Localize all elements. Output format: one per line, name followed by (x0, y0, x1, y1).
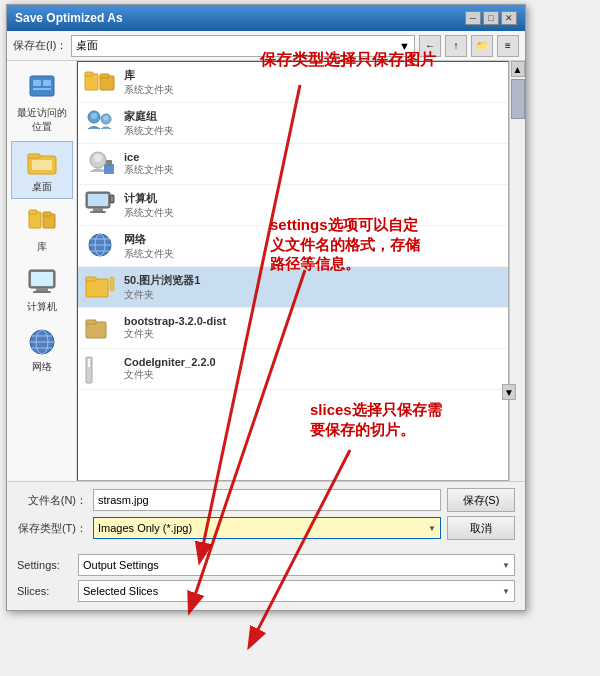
svg-rect-44 (86, 277, 96, 281)
slices-label: Slices: (17, 585, 72, 597)
computer-icon (26, 266, 58, 298)
filetype-label: 保存类型(T)： (17, 521, 87, 536)
outer-wrapper: Save Optimized As ─ □ ✕ 保存在(I)： 桌面 ▼ ← ↑… (0, 0, 600, 676)
filetype-dropdown-arrow: ▼ (428, 524, 436, 533)
slices-value: Selected Slices (83, 585, 158, 597)
list-item[interactable]: 网络 系统文件夹 (78, 226, 508, 267)
sidebar-item-library-label: 库 (37, 240, 47, 254)
svg-rect-14 (33, 291, 51, 293)
places-sidebar: 最近访问的位置 桌面 (7, 61, 77, 481)
filename-input[interactable] (93, 489, 441, 511)
list-item[interactable]: 库 系统文件夹 (78, 62, 508, 103)
svg-rect-43 (86, 279, 108, 297)
file-list-scrollbar[interactable]: ▲ ▼ (509, 61, 525, 481)
file-type: 系统文件夹 (124, 163, 174, 177)
svg-rect-1 (33, 80, 41, 86)
maximize-button[interactable]: □ (483, 11, 499, 25)
svg-rect-5 (28, 154, 40, 158)
filename-label: 文件名(N)： (17, 493, 87, 508)
file-info: 家庭组 系统文件夹 (124, 109, 174, 138)
svg-rect-45 (110, 277, 114, 291)
sidebar-item-desktop[interactable]: 桌面 (11, 141, 73, 199)
list-item[interactable]: ice 系统文件夹 (78, 144, 508, 185)
file-name: CodeIgniter_2.2.0 (124, 356, 216, 368)
imgviewer-file-icon (84, 271, 116, 303)
recent-icon (26, 72, 58, 104)
settings-dropdown[interactable]: Output Settings ▼ (78, 554, 515, 576)
file-type: 系统文件夹 (124, 206, 174, 220)
filetype-value: Images Only (*.jpg) (98, 522, 192, 534)
list-item[interactable]: 计算机 系统文件夹 (78, 185, 508, 226)
file-type: 系统文件夹 (124, 124, 174, 138)
library-file-icon (84, 66, 116, 98)
file-type: 文件夹 (124, 327, 226, 341)
file-name: 家庭组 (124, 109, 174, 124)
file-info: 网络 系统文件夹 (124, 232, 174, 261)
list-item[interactable]: 家庭组 系统文件夹 (78, 103, 508, 144)
extra-settings-form: Settings: Output Settings ▼ Slices: Sele… (7, 550, 525, 610)
settings-row: Settings: Output Settings ▼ (17, 554, 515, 576)
file-info: 50.图片浏览器1 文件夹 (124, 273, 200, 302)
svg-rect-35 (90, 211, 106, 213)
file-name: ice (124, 151, 174, 163)
file-type: 系统文件夹 (124, 83, 174, 97)
settings-dropdown-arrow: ▼ (502, 561, 510, 570)
list-item[interactable]: 50.图片浏览器1 文件夹 (78, 267, 508, 308)
slices-dropdown[interactable]: Selected Slices ▼ (78, 580, 515, 602)
codeigniter-file-icon (84, 353, 116, 385)
scroll-up-button[interactable]: ▲ (511, 61, 525, 77)
file-type: 系统文件夹 (124, 247, 174, 261)
scroll-thumb[interactable] (511, 79, 525, 119)
svg-rect-2 (43, 80, 51, 86)
slices-dropdown-arrow: ▼ (502, 587, 510, 596)
svg-rect-31 (106, 160, 112, 166)
sidebar-item-network[interactable]: 网络 (11, 321, 73, 379)
up-button[interactable]: ↑ (445, 35, 467, 57)
svg-point-27 (104, 116, 109, 121)
homegroup-file-icon (84, 107, 116, 139)
save-button[interactable]: 保存(S) (447, 488, 515, 512)
file-info: CodeIgniter_2.2.0 文件夹 (124, 356, 216, 382)
sidebar-item-network-label: 网络 (32, 360, 52, 374)
location-label: 保存在(I)： (13, 38, 67, 53)
network-file-icon (84, 230, 116, 262)
svg-rect-0 (30, 76, 54, 96)
svg-rect-13 (36, 288, 48, 291)
location-dropdown-arrow: ▼ (399, 40, 410, 52)
desktop-folder-icon (26, 146, 58, 178)
cancel-button[interactable]: 取消 (447, 516, 515, 540)
location-value: 桌面 (76, 38, 98, 53)
file-info: 计算机 系统文件夹 (124, 191, 174, 220)
svg-rect-47 (86, 320, 96, 324)
svg-rect-12 (31, 272, 53, 286)
svg-point-29 (94, 154, 102, 162)
filetype-dropdown[interactable]: Images Only (*.jpg) ▼ (93, 517, 441, 539)
file-name: 网络 (124, 232, 174, 247)
list-item[interactable]: CodeIgniter_2.2.0 文件夹 (78, 349, 508, 390)
location-toolbar: 保存在(I)： 桌面 ▼ ← ↑ 📁 ≡ (7, 31, 525, 61)
file-type: 文件夹 (124, 288, 200, 302)
save-form: 文件名(N)： 保存(S) 保存类型(T)： Images Only (*.jp… (7, 481, 525, 550)
file-list: 库 系统文件夹 家庭组 系统 (77, 61, 509, 481)
sidebar-item-computer-label: 计算机 (27, 300, 57, 314)
scroll-down-button[interactable]: ▼ (502, 384, 516, 400)
file-info: bootstrap-3.2.0-dist 文件夹 (124, 315, 226, 341)
sidebar-item-computer[interactable]: 计算机 (11, 261, 73, 319)
window-controls: ─ □ ✕ (465, 11, 517, 25)
svg-rect-23 (100, 74, 109, 78)
close-button[interactable]: ✕ (501, 11, 517, 25)
list-item[interactable]: bootstrap-3.2.0-dist 文件夹 (78, 308, 508, 349)
new-folder-button[interactable]: 📁 (471, 35, 493, 57)
library-icon (26, 206, 58, 238)
minimize-button[interactable]: ─ (465, 11, 481, 25)
view-button[interactable]: ≡ (497, 35, 519, 57)
file-name: 50.图片浏览器1 (124, 273, 200, 288)
title-bar: Save Optimized As ─ □ ✕ (7, 5, 525, 31)
sidebar-item-recent-label: 最近访问的位置 (14, 106, 70, 134)
location-dropdown[interactable]: 桌面 ▼ (71, 35, 415, 57)
sidebar-item-recent[interactable]: 最近访问的位置 (11, 67, 73, 139)
save-dialog: Save Optimized As ─ □ ✕ 保存在(I)： 桌面 ▼ ← ↑… (6, 4, 526, 611)
sidebar-item-library[interactable]: 库 (11, 201, 73, 259)
back-button[interactable]: ← (419, 35, 441, 57)
svg-rect-3 (33, 88, 51, 90)
